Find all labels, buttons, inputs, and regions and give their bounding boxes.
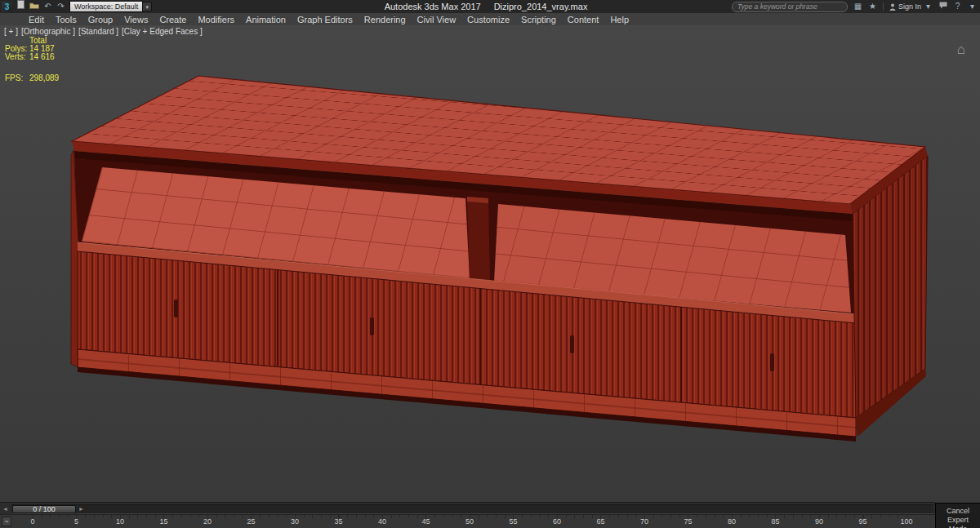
viewport-label-segment-0[interactable]: [ + ] bbox=[4, 27, 18, 36]
ruler-tick-100: 100 bbox=[900, 517, 912, 526]
ruler-tick-50: 50 bbox=[466, 517, 474, 526]
workspace-dropdown-arrow-icon[interactable]: ▾ bbox=[143, 2, 152, 11]
ruler-tick-30: 30 bbox=[291, 517, 299, 526]
ruler-tick-0: 0 bbox=[30, 517, 34, 526]
titlebar: 3 ↶ ↷ Workspace: Default ▾ Autodesk 3ds … bbox=[0, 0, 980, 14]
cancel-expert-mode-button[interactable]: Cancel Expert Mode bbox=[935, 503, 980, 528]
menu-item-rendering[interactable]: Rendering bbox=[359, 15, 412, 24]
help-icon[interactable]: ? bbox=[953, 0, 962, 13]
communication-center-icon[interactable] bbox=[938, 0, 947, 13]
timeline-ruler[interactable]: ~ 05101520253035404550556065707580859095… bbox=[0, 514, 935, 528]
ruler-tick-75: 75 bbox=[684, 517, 692, 526]
infocenter-toolbar: ▦ ★ Sign In ▾ ? ▾ bbox=[732, 0, 977, 13]
menu-item-animation[interactable]: Animation bbox=[240, 15, 292, 24]
viewport-label: [ + ][Orthographic ][Standard ][Clay + E… bbox=[4, 27, 203, 36]
menu-item-scripting[interactable]: Scripting bbox=[515, 15, 562, 24]
quick-access-toolbar: 3 ↶ ↷ Workspace: Default ▾ bbox=[2, 0, 152, 13]
ruler-tick-80: 80 bbox=[728, 517, 736, 526]
help-menu-arrow-icon[interactable]: ▾ bbox=[968, 0, 977, 13]
ruler-tick-60: 60 bbox=[553, 517, 561, 526]
sign-in-arrow-icon: ▾ bbox=[924, 0, 933, 13]
ruler-tick-65: 65 bbox=[596, 517, 604, 526]
menu-item-views[interactable]: Views bbox=[118, 15, 154, 24]
viewport-label-segment-3[interactable]: [Clay + Edged Faces ] bbox=[122, 27, 203, 36]
stats-verts-value: 14 616 bbox=[29, 53, 55, 61]
person-icon bbox=[889, 3, 896, 11]
document-title: Dizipro_2014_vray.max bbox=[494, 2, 588, 11]
sign-in-label: Sign In bbox=[898, 2, 921, 11]
viewport-canvas[interactable] bbox=[0, 25, 980, 503]
viewport[interactable]: [ + ][Orthographic ][Standard ][Clay + E… bbox=[0, 25, 980, 503]
apps-icon[interactable]: ▦ bbox=[853, 0, 862, 13]
stats-fps-label: FPS: bbox=[5, 74, 29, 82]
cancel-expert-mode-line2: Mode bbox=[936, 525, 980, 528]
window-title: Autodesk 3ds Max 2017 Dizipro_2014_vray.… bbox=[385, 0, 588, 13]
viewport-label-segment-2[interactable]: [Standard ] bbox=[78, 27, 118, 36]
frame-indicator: 0 / 100 bbox=[33, 505, 56, 513]
ruler-tick-55: 55 bbox=[509, 517, 517, 526]
ruler-tick-25: 25 bbox=[247, 517, 255, 526]
ruler-tick-35: 35 bbox=[334, 517, 342, 526]
favorites-icon[interactable]: ★ bbox=[868, 0, 877, 13]
menu-item-edit[interactable]: Edit bbox=[23, 15, 50, 24]
ruler-tick-85: 85 bbox=[771, 517, 779, 526]
menu-item-group[interactable]: Group bbox=[82, 15, 119, 24]
menu-item-tools[interactable]: Tools bbox=[50, 15, 82, 24]
ruler-tick-90: 90 bbox=[815, 517, 823, 526]
viewcube-home-icon[interactable]: ⌂ bbox=[957, 42, 965, 58]
menu-item-graph-editors[interactable]: Graph Editors bbox=[292, 15, 359, 24]
ruler-tick-15: 15 bbox=[159, 517, 167, 526]
mini-curve-editor-button[interactable]: ~ bbox=[2, 517, 11, 526]
time-slider-track[interactable]: 0 / 100 bbox=[11, 504, 933, 514]
sign-in-button[interactable]: Sign In ▾ bbox=[889, 0, 933, 13]
3ds-max-logo-icon[interactable]: 3 bbox=[2, 2, 12, 12]
menu-item-civil-view[interactable]: Civil View bbox=[412, 15, 461, 24]
stats-verts-label: Verts: bbox=[5, 53, 29, 61]
previous-frame-button[interactable]: ◄ bbox=[0, 504, 11, 514]
model-tv-stand[interactable] bbox=[71, 76, 928, 441]
new-scene-icon[interactable] bbox=[16, 0, 25, 13]
open-file-icon[interactable] bbox=[29, 0, 39, 13]
workspace-dropdown-label: Workspace: Default bbox=[69, 1, 143, 12]
viewport-statistics: Total Polys: 14 187 Verts: 14 616 FPS: 2… bbox=[5, 37, 59, 82]
ruler-tick-5: 5 bbox=[74, 517, 78, 526]
menu-item-customize[interactable]: Customize bbox=[461, 15, 515, 24]
menu-item-content[interactable]: Content bbox=[562, 15, 605, 24]
menubar-items: EditToolsGroupViewsCreateModifiersAnimat… bbox=[0, 13, 980, 26]
cancel-expert-mode-line1: Cancel Expert bbox=[936, 507, 980, 525]
viewport-label-segment-1[interactable]: [Orthographic ] bbox=[21, 27, 75, 36]
next-frame-button[interactable]: ► bbox=[76, 504, 87, 514]
ruler-tick-40: 40 bbox=[378, 517, 386, 526]
app-title: Autodesk 3ds Max 2017 bbox=[385, 2, 481, 11]
menu-item-modifiers[interactable]: Modifiers bbox=[192, 15, 240, 24]
ruler-tick-20: 20 bbox=[203, 517, 212, 526]
workspace-dropdown[interactable]: Workspace: Default ▾ bbox=[69, 1, 152, 12]
search-box[interactable] bbox=[732, 2, 848, 12]
time-slider-thumb[interactable]: 0 / 100 bbox=[12, 505, 76, 513]
ruler-tick-10: 10 bbox=[116, 517, 124, 526]
ruler-tick-70: 70 bbox=[640, 517, 648, 526]
ruler-tick-95: 95 bbox=[858, 517, 866, 526]
ruler-tick-45: 45 bbox=[421, 517, 430, 526]
toolbar-separator bbox=[883, 2, 884, 11]
time-slider[interactable]: ◄ 0 / 100 ► bbox=[0, 502, 935, 515]
stats-fps-value: 298,089 bbox=[29, 74, 59, 82]
undo-icon[interactable]: ↶ bbox=[43, 0, 52, 13]
redo-icon[interactable]: ↷ bbox=[56, 0, 65, 13]
menu-item-help[interactable]: Help bbox=[604, 15, 635, 24]
menu-item-create[interactable]: Create bbox=[154, 15, 192, 24]
search-input[interactable] bbox=[737, 2, 842, 11]
3ds-max-window: 3 ↶ ↷ Workspace: Default ▾ Autodesk 3ds … bbox=[0, 0, 980, 528]
